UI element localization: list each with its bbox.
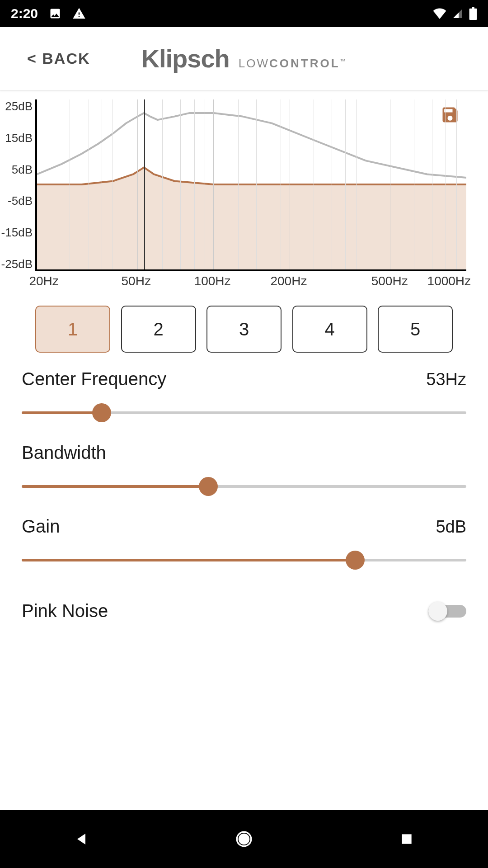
gain-slider[interactable] [22,547,466,574]
gain-label: Gain [22,516,60,537]
y-axis: 25dB15dB5dB-5dB-15dB-25dB [4,99,35,271]
band-tab-5[interactable]: 5 [378,306,453,353]
band-selector: 12345 [35,306,453,353]
back-button[interactable]: < BACK [27,50,90,67]
android-nav-bar [0,810,488,868]
pink-noise-label: Pink Noise [22,601,108,621]
nav-recent-button[interactable] [395,828,418,850]
bandwidth-slider[interactable] [22,473,466,500]
warning-icon [72,7,86,20]
svg-point-3 [239,835,249,844]
battery-icon [469,7,477,20]
band-tab-1[interactable]: 1 [35,306,110,353]
image-icon [49,7,61,20]
center-freq-label: Center Frequency [22,369,166,389]
app-header: < BACK Klipsch LOWCONTROL™ [0,27,488,90]
band-tab-4[interactable]: 4 [292,306,367,353]
pink-noise-toggle[interactable] [428,602,466,621]
cell-signal-icon [452,8,464,19]
svg-rect-0 [469,9,477,20]
band-tab-3[interactable]: 3 [206,306,282,353]
svg-rect-1 [472,7,474,9]
bandwidth-label: Bandwidth [22,443,106,463]
brand-logo: Klipsch LOWCONTROL™ [141,44,347,73]
band-tab-2[interactable]: 2 [121,306,196,353]
save-icon[interactable] [440,105,460,127]
x-axis: 20Hz50Hz100Hz200Hz500Hz1000Hz [35,274,466,292]
eq-chart: 25dB15dB5dB-5dB-15dB-25dB 20Hz50Hz100Hz2… [4,99,484,292]
nav-back-button[interactable] [70,828,93,850]
status-time: 2:20 [11,6,38,21]
nav-home-button[interactable] [233,828,255,850]
wifi-icon [433,8,446,19]
center-freq-slider[interactable] [22,399,466,426]
center-freq-value: 53Hz [426,370,466,389]
status-bar: 2:20 [0,0,488,27]
chart-plot-area[interactable] [35,99,466,271]
gain-value: 5dB [436,517,466,537]
svg-rect-4 [402,834,411,844]
